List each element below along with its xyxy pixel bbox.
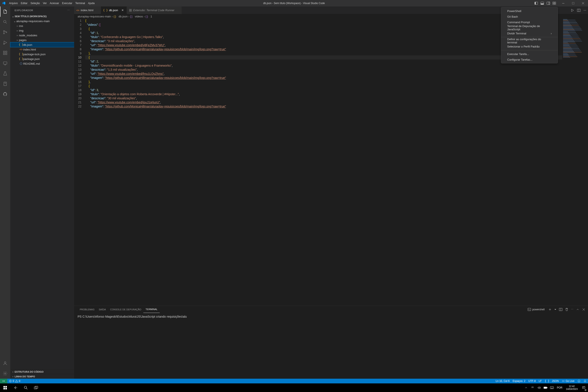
start-menu-icon[interactable] [0, 384, 10, 392]
context-menu-item[interactable]: Executar Tarefa... [501, 51, 558, 57]
activity-testing-icon[interactable] [0, 68, 10, 79]
context-menu-item[interactable]: Configurar Tarefas... [501, 57, 558, 62]
status-indentation[interactable]: Espaços: 2 [511, 379, 527, 384]
status-notifications-icon[interactable] [582, 379, 588, 384]
new-terminal-icon[interactable] [548, 308, 552, 311]
context-menu-item[interactable]: Command Prompt [501, 19, 558, 25]
chevron-right-icon: › [11, 370, 14, 373]
panel-tab-terminal[interactable]: TERMINAL [143, 306, 160, 313]
svg-rect-1 [535, 2, 536, 4]
taskbar-back-icon[interactable] [10, 384, 21, 392]
taskbar-task-view-icon[interactable] [31, 384, 41, 392]
tree-file[interactable]: { }package-lock.json [10, 52, 74, 56]
activity-account-icon[interactable] [0, 358, 10, 368]
tray-show-hidden-icon[interactable] [523, 384, 529, 392]
minimap[interactable] [562, 19, 588, 306]
activity-remote-icon[interactable] [0, 58, 10, 68]
status-feedback-icon[interactable] [576, 379, 582, 384]
timeline-header[interactable]: › LINHA DO TEMPO [10, 374, 74, 379]
tray-battery-icon[interactable] [542, 384, 549, 392]
terminal-body[interactable]: PS C:\Users\Afonso Mageski\Estudos\Alura… [74, 313, 588, 379]
status-remote-icon[interactable] [0, 379, 7, 384]
menu-selection[interactable]: Seleção [29, 0, 41, 6]
status-go-live[interactable]: Go Live [560, 379, 576, 384]
context-menu-item-split[interactable]: Dividir Terminal› [501, 30, 558, 36]
breadcrumb-array[interactable]: [ ] videos [130, 15, 143, 18]
activity-search-icon[interactable] [0, 17, 10, 27]
close-tab-icon[interactable]: ✕ [121, 8, 124, 12]
tree-file[interactable]: README.md [10, 61, 74, 66]
split-terminal-icon[interactable] [559, 308, 562, 311]
activity-explorer-icon[interactable] [0, 6, 10, 17]
panel-more-icon[interactable]: ⋯ [571, 308, 574, 311]
minimize-button[interactable] [558, 0, 568, 6]
split-editor-icon[interactable] [577, 8, 580, 12]
run-icon[interactable] [570, 8, 574, 12]
activity-run-debug-icon[interactable] [0, 38, 10, 48]
more-actions-icon[interactable]: ⋯ [584, 8, 586, 12]
editor-tab[interactable]: Extensão: Terminal Code Runner✕ [127, 6, 182, 14]
activity-source-control-icon[interactable] [0, 27, 10, 38]
toggle-secondary-sidebar-icon[interactable] [545, 0, 551, 6]
panel-tab-output[interactable]: SAÍDA [96, 306, 108, 313]
menu-help[interactable]: Ajuda [86, 0, 96, 6]
menu-view[interactable]: Ver [41, 0, 48, 6]
menu-edit[interactable]: Editar [19, 0, 29, 6]
tree-folder[interactable]: ›css [10, 24, 74, 28]
workspace-header[interactable]: ⌄ SEM TÍTULO (WORKSPACE) [10, 14, 74, 19]
tree-folder[interactable]: ›pages [10, 38, 74, 42]
tray-wifi-icon[interactable] [529, 384, 536, 392]
context-menu-item[interactable]: Git Bash [501, 14, 558, 19]
menu-go[interactable]: Acessar [48, 0, 60, 6]
kill-terminal-icon[interactable] [565, 308, 568, 311]
panel-tab-problems[interactable]: PROBLEMAS [78, 306, 96, 313]
tray-keyboard-icon[interactable] [549, 384, 555, 392]
taskbar-search-icon[interactable] [21, 384, 31, 392]
activity-github-icon[interactable] [0, 89, 10, 99]
context-menu-item[interactable]: PowerShell [501, 8, 558, 14]
tray-language[interactable]: POR [555, 384, 564, 392]
customize-layout-icon[interactable] [551, 0, 557, 6]
breadcrumb-object[interactable]: { } 1 [146, 15, 152, 18]
toggle-panel-icon[interactable] [539, 0, 545, 6]
status-language[interactable]: { } JSON [543, 379, 560, 384]
context-menu-item[interactable]: Terminal de Depuração de JavaScript [501, 25, 558, 30]
explorer-more-icon[interactable]: ⋯ [67, 9, 70, 12]
tree-folder[interactable]: ›img [10, 28, 74, 33]
tree-file[interactable]: { }package.json [10, 56, 74, 61]
panel-tab-debug-console[interactable]: CONSOLE DE DEPURAÇÃO [108, 306, 143, 313]
tree-folder-root[interactable]: ⌄ aluraplay-requisicoes-main [10, 19, 74, 24]
outline-header[interactable]: › ESTRUTURA DO CÓDIGO [10, 369, 74, 374]
menu-run[interactable]: Executar [60, 0, 74, 6]
svg-rect-3 [541, 4, 544, 4]
menu-file[interactable]: Arquivo [8, 0, 19, 6]
tray-notifications-icon[interactable]: 2 [580, 384, 588, 392]
close-button[interactable] [578, 0, 588, 6]
tray-volume-icon[interactable] [536, 384, 542, 392]
close-panel-icon[interactable] [582, 308, 586, 311]
breadcrumb-folder[interactable]: aluraplay-requisicoes-main [78, 15, 111, 18]
toggle-primary-sidebar-icon[interactable] [533, 0, 539, 6]
activity-extensions-icon[interactable] [0, 48, 10, 58]
maximize-panel-icon[interactable] [576, 308, 580, 311]
tree-file[interactable]: { }db.json [10, 42, 74, 47]
editor-tab[interactable]: <>index.html✕ [74, 6, 101, 14]
menu-terminal[interactable]: Terminal [74, 0, 86, 6]
status-cursor-position[interactable]: Ln 10, Col 6 [494, 379, 511, 384]
context-menu-item[interactable]: Definir as configurações do terminal [501, 38, 558, 44]
tree-label: aluraplay-requisicoes-main [16, 20, 50, 23]
terminal-dropdown-icon[interactable] [554, 308, 556, 310]
activity-settings-icon[interactable] [0, 368, 10, 379]
breadcrumb-file[interactable]: { } db.json [114, 15, 128, 18]
status-encoding[interactable]: UTF-8 [527, 379, 537, 384]
activity-bookmarks-icon[interactable] [0, 79, 10, 89]
editor-tab[interactable]: { }db.json✕ [101, 6, 127, 14]
tree-file[interactable]: <>index.html [10, 47, 74, 52]
maximize-button[interactable] [568, 0, 578, 6]
terminal-shell-selector[interactable]: powershell [526, 307, 546, 312]
tree-folder[interactable]: ›node_modules [10, 33, 74, 38]
status-eol[interactable]: LF [537, 379, 543, 384]
context-menu-item[interactable]: Selecionar o Perfil Padrão [501, 44, 558, 49]
tray-clock[interactable]: 12:42 14/03/2023 [564, 385, 580, 390]
status-errors[interactable]: 0 0 [7, 379, 22, 384]
